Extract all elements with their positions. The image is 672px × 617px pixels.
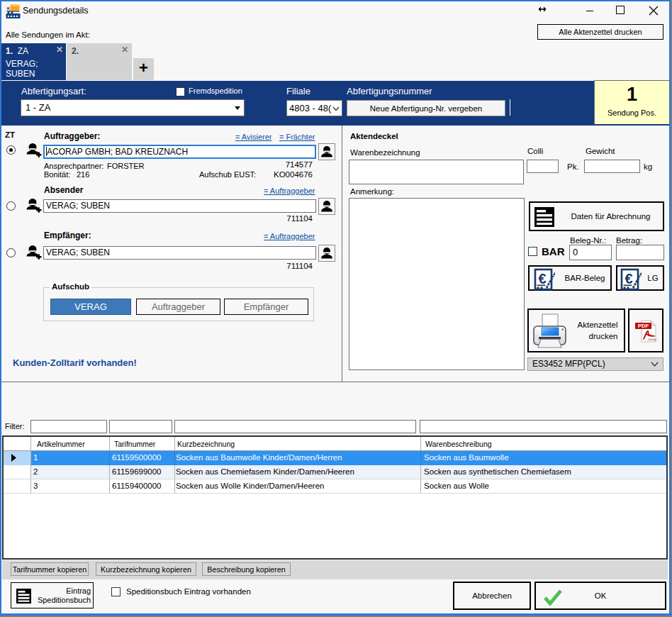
svg-text:PDF: PDF (638, 323, 649, 329)
svg-text:€: € (625, 271, 632, 287)
svg-text:€: € (538, 271, 546, 287)
svg-text:Adobe: Adobe (646, 338, 657, 341)
